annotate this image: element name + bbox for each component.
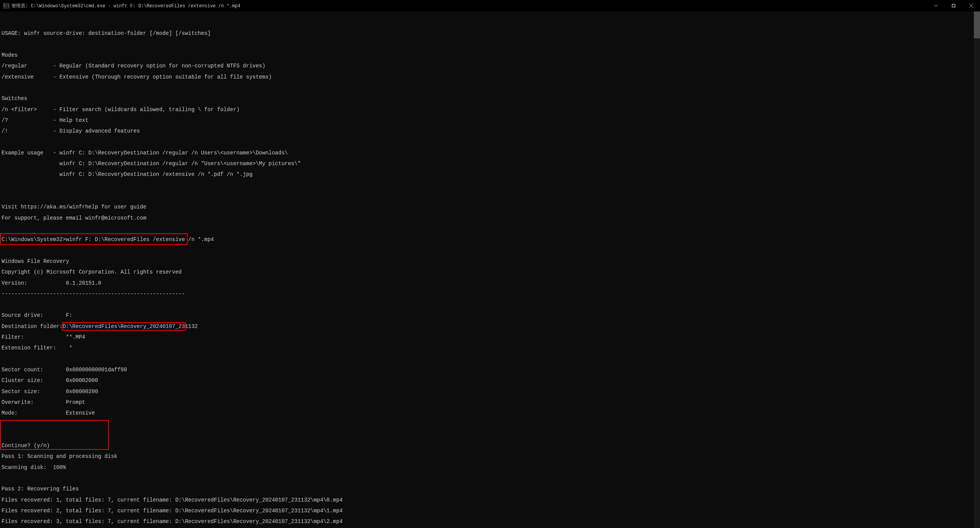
filter-line: Filter: **.MP4 xyxy=(2,335,978,340)
app-name: Windows File Recovery xyxy=(2,259,978,264)
copyright: Copyright (c) Microsoft Corporation. All… xyxy=(2,269,978,275)
recovered-1: Files recovered: 1, total files: 7, curr… xyxy=(2,497,978,503)
maximize-button[interactable] xyxy=(945,0,962,11)
extfilter-line: Extension filter: * xyxy=(2,345,978,351)
mode-extensive: /extensive - Extensive (Thorough recover… xyxy=(2,74,978,80)
example-line3: winfr C: D:\RecoveryDestination /extensi… xyxy=(2,172,978,177)
window-title: 管理员: C:\Windows\System32\cmd.exe - winfr… xyxy=(11,3,241,9)
prompt-prefix: C:\Windows\System32> xyxy=(2,236,66,243)
source-drive-line: Source drive: F: xyxy=(2,313,978,318)
sector-count: Sector count: 0x00000000001daff90 xyxy=(2,367,978,372)
overwrite: Overwrite: Prompt xyxy=(2,400,978,405)
switch-n: /n <filter> - Filter search (wildcards a… xyxy=(2,107,978,112)
recovered-3: Files recovered: 3, total files: 7, curr… xyxy=(2,519,978,524)
pass1-line: Pass 1: Scanning and processing disk xyxy=(2,454,978,459)
vertical-scrollbar[interactable] xyxy=(974,11,980,528)
close-button[interactable] xyxy=(962,0,980,11)
version-line: Version: 0.1.20151.0 xyxy=(2,280,978,286)
destination-label: Destination folder: xyxy=(2,323,63,330)
scrollbar-thumb[interactable] xyxy=(974,11,980,38)
help-url: Visit https://aka.ms/winfrhelp for user … xyxy=(2,204,978,210)
switch-adv: /! - Display advanced features xyxy=(2,128,978,134)
prompt-command: winfr F: D:\RecoveredFiles /extensive /n… xyxy=(66,236,214,243)
support-mail: For support, please email winfr@microsof… xyxy=(2,215,978,221)
destination-value: D:\RecoveredFiles\Recovery_20240107_2311… xyxy=(63,323,198,330)
example-line2: winfr C: D:\RecoveryDestination /regular… xyxy=(2,161,978,166)
mode-line: Mode: Extensive xyxy=(2,410,978,416)
prompt-line: C:\Windows\System32>winfr F: D:\Recovere… xyxy=(2,237,978,242)
example-header: Example usage - winfr C: D:\RecoveryDest… xyxy=(2,150,978,156)
svg-rect-4 xyxy=(952,4,955,7)
destination-line: Destination folder:D:\RecoveredFiles\Rec… xyxy=(2,324,978,329)
window-titlebar: C:\ 管理员: C:\Windows\System32\cmd.exe - w… xyxy=(0,0,980,11)
cmd-icon: C:\ xyxy=(3,3,9,8)
scanning-line: Scanning disk: 100% xyxy=(2,465,978,470)
continue-prompt: Continue? (y/n) xyxy=(2,443,978,448)
pass2-line: Pass 2: Recovering files xyxy=(2,486,978,492)
modes-header: Modes xyxy=(2,52,978,58)
source-drive-label: Source drive: xyxy=(2,312,66,318)
source-drive-value: F: xyxy=(66,312,72,318)
svg-text:C:\: C:\ xyxy=(4,4,9,8)
sector-size: Sector size: 0x00000200 xyxy=(2,389,978,394)
switches-header: Switches xyxy=(2,96,978,101)
svg-rect-3 xyxy=(952,5,955,8)
divider: ----------------------------------------… xyxy=(2,291,978,297)
window-controls xyxy=(927,0,980,11)
cluster-size: Cluster size: 0x00002000 xyxy=(2,378,978,383)
mode-regular: /regular - Regular (Standard recovery op… xyxy=(2,63,978,69)
switch-help: /? - Help text xyxy=(2,118,978,123)
terminal-output[interactable]: USAGE: winfr source-drive: destination-f… xyxy=(0,11,980,528)
minimize-button[interactable] xyxy=(927,0,945,11)
recovered-2: Files recovered: 2, total files: 7, curr… xyxy=(2,508,978,513)
usage-line: USAGE: winfr source-drive: destination-f… xyxy=(2,31,978,36)
